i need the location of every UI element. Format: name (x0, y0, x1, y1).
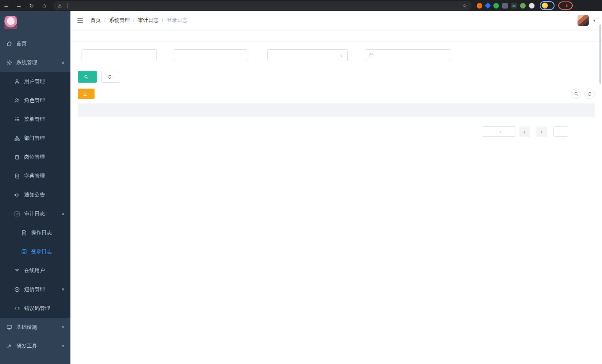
refresh-icon (587, 92, 592, 96)
user-avatar[interactable] (578, 15, 589, 26)
home-icon (6, 41, 12, 47)
extension-icon[interactable] (493, 3, 499, 9)
page-content (70, 49, 602, 137)
export-button[interactable] (78, 89, 95, 99)
menu-item-label: 岗位管理 (24, 154, 45, 161)
url-bar[interactable] (53, 1, 472, 10)
chevron-icon (62, 325, 64, 330)
chevron-icon (62, 60, 64, 65)
sidebar-menu-item[interactable]: 用户管理 (0, 72, 70, 91)
warning-icon (58, 3, 62, 9)
browser-profile-chip[interactable] (540, 1, 555, 10)
chevron-down-icon (340, 53, 343, 58)
sidebar-menu-item[interactable]: 基础设施 (0, 318, 70, 337)
audit-icon (14, 211, 20, 217)
menu-item-label: 在线用户 (24, 267, 45, 274)
tools-icon (6, 343, 12, 349)
chevron-icon (62, 211, 64, 216)
prev-page-button[interactable] (519, 126, 530, 137)
search-button[interactable] (78, 71, 97, 83)
security-chip[interactable] (58, 3, 68, 9)
app-logo-row[interactable] (0, 11, 70, 34)
sidebar-menu: 首页 系统管理 用户管理 角色管理 菜单 (0, 34, 70, 355)
extension-icon[interactable] (502, 3, 508, 9)
sidebar-menu-item[interactable]: 菜单管理 (0, 110, 70, 129)
extension-icon[interactable] (485, 3, 491, 9)
menu-item-label: 用户管理 (24, 78, 45, 85)
bookmark-star-icon[interactable] (462, 3, 467, 9)
hamburger-icon[interactable] (76, 17, 84, 24)
status-select[interactable] (267, 49, 348, 61)
infra-icon (6, 324, 12, 330)
sidebar-menu-item[interactable]: 字典管理 (0, 166, 70, 185)
breadcrumb-item[interactable]: 审计日志 (138, 17, 167, 24)
kebab-menu-icon[interactable] (565, 3, 569, 8)
extension-badge: on (512, 4, 516, 7)
menu-item-label: 登录日志 (31, 248, 52, 255)
sidebar-menu-item[interactable]: 通知公告 (0, 185, 70, 204)
menu-item-label: 系统管理 (16, 59, 37, 66)
browser-toolbar: on (0, 0, 602, 11)
reset-button[interactable] (101, 71, 120, 83)
sidebar-menu-item[interactable]: 审计日志 (0, 204, 70, 223)
toggle-search-button[interactable] (571, 89, 581, 99)
chevron-icon (62, 287, 64, 292)
username-input[interactable] (174, 49, 247, 61)
sidebar-menu-item[interactable]: 岗位管理 (0, 148, 70, 166)
extension-icon[interactable] (477, 3, 482, 9)
download-icon (83, 92, 87, 96)
sidebar-menu-item[interactable]: 系统管理 (0, 53, 70, 72)
date-range-picker[interactable] (365, 49, 451, 61)
navbar-actions (574, 15, 596, 26)
breadcrumb-item[interactable]: 首页 (90, 17, 109, 24)
menu-item-label: 短信管理 (24, 286, 45, 293)
sidebar-menu-item[interactable]: 首页 (0, 34, 70, 53)
extension-icon[interactable] (520, 3, 526, 9)
menu-item-label: 错误码管理 (24, 305, 50, 312)
notice-icon (14, 192, 20, 198)
browser-back-icon[interactable] (0, 2, 13, 9)
browser-update-button[interactable] (558, 1, 573, 10)
navbar: 首页系统管理审计日志登录日志 (70, 11, 602, 30)
breadcrumb: 首页系统管理审计日志登录日志 (90, 17, 188, 24)
sidebar-menu-item[interactable]: 在线用户 (0, 261, 70, 280)
extension-icon[interactable] (529, 3, 535, 9)
pagination (78, 126, 595, 137)
dict-icon (14, 173, 20, 179)
sidebar-menu-item[interactable]: 操作日志 (0, 223, 70, 242)
sidebar-menu-item[interactable]: 登录日志 (0, 242, 70, 261)
browser-forward-icon[interactable] (13, 2, 25, 9)
sidebar-menu-item[interactable]: 错误码管理 (0, 299, 70, 318)
calendar-icon (369, 53, 374, 58)
search-icon (574, 92, 579, 96)
oplog-icon (21, 230, 27, 236)
user-icon (14, 79, 20, 85)
online-icon (14, 268, 20, 274)
table-header (78, 103, 595, 117)
sidebar-menu-item[interactable]: 角色管理 (0, 91, 70, 110)
scrollbar[interactable] (599, 24, 601, 84)
search-actions (78, 71, 595, 83)
login-log-table (78, 103, 595, 117)
menu-item-label: 角色管理 (24, 97, 45, 104)
extension-icon[interactable]: on (511, 3, 517, 9)
refresh-table-button[interactable] (584, 89, 595, 99)
sidebar-menu-item[interactable]: 短信管理 (0, 280, 70, 299)
extensions-area: on (477, 3, 535, 9)
next-page-button[interactable] (536, 126, 547, 137)
breadcrumb-item[interactable]: 登录日志 (167, 17, 188, 24)
caret-down-icon[interactable] (593, 18, 595, 23)
sidebar-menu-item[interactable]: 部门管理 (0, 129, 70, 148)
sidebar-menu-item[interactable]: 研发工具 (0, 337, 70, 355)
chevron-icon (62, 344, 64, 348)
table-tools (571, 89, 595, 99)
menu-item-label: 字典管理 (24, 173, 45, 179)
page-size-select[interactable] (482, 126, 516, 137)
browser-reload-icon[interactable] (25, 2, 38, 9)
breadcrumb-item[interactable]: 系统管理 (109, 17, 138, 24)
browser-home-icon[interactable] (38, 2, 50, 9)
goto-page-input[interactable] (553, 126, 568, 137)
dept-icon (14, 135, 20, 141)
loginlog-icon (21, 249, 27, 255)
login-address-input[interactable] (82, 49, 157, 61)
